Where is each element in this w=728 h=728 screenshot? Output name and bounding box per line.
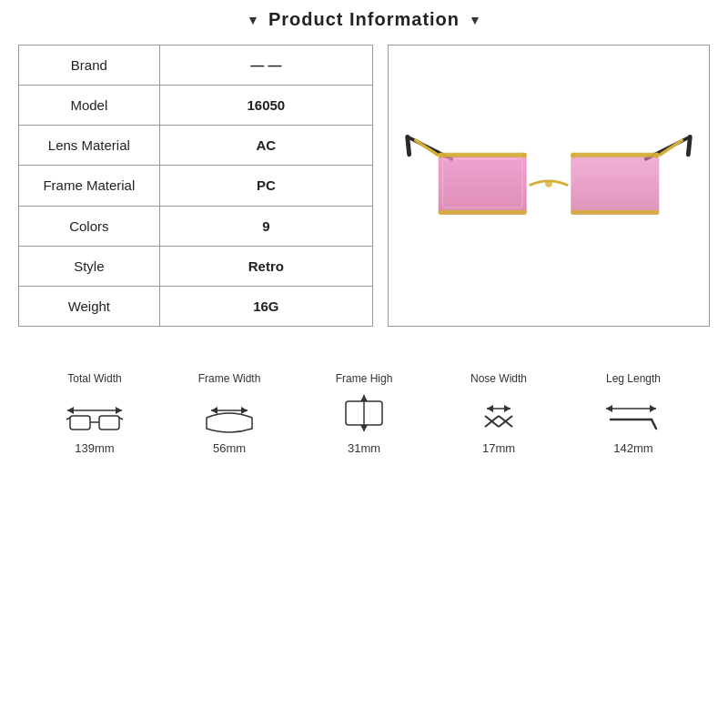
measure-icon-nose-width: [467, 390, 531, 436]
svg-marker-19: [67, 407, 74, 414]
svg-rect-7: [439, 153, 527, 157]
arrow-left-icon: ▼: [247, 13, 259, 27]
measure-label-2: Frame High: [336, 372, 393, 385]
measure-label-0: Total Width: [67, 372, 121, 385]
measure-icon-frame-width: [197, 390, 261, 436]
table-label-4: Colors: [19, 206, 160, 246]
measure-icon-total-width: [63, 390, 126, 436]
measure-item-leg-length: Leg Length 142mm: [602, 372, 665, 455]
measure-value-1: 56mm: [213, 441, 246, 455]
svg-line-44: [652, 420, 656, 429]
measure-value-4: 142mm: [613, 441, 652, 455]
header-title: Product Information: [268, 9, 460, 30]
page-wrapper: ▼ Product Information ▼ Brand— —Model160…: [0, 0, 728, 728]
svg-rect-8: [571, 153, 659, 157]
table-value-5: Retro: [159, 246, 372, 286]
table-label-1: Model: [19, 86, 160, 126]
product-info-table: Brand— —Model16050Lens MaterialACFrame M…: [18, 45, 373, 327]
svg-rect-22: [99, 416, 119, 430]
measure-label-1: Frame Width: [198, 372, 261, 385]
table-value-3: PC: [159, 166, 372, 206]
table-label-0: Brand: [19, 46, 160, 86]
product-image-box: [388, 45, 710, 327]
table-value-0: — —: [159, 46, 372, 86]
svg-rect-4: [439, 155, 527, 215]
measure-item-total-width: Total Width 139mm: [63, 372, 126, 455]
svg-marker-20: [116, 407, 122, 414]
measure-value-0: 139mm: [75, 441, 114, 455]
table-label-3: Frame Material: [19, 166, 160, 206]
measurements-section: Total Width 139mmFrame Width 56mmFrame H…: [18, 363, 710, 455]
measure-label-3: Nose Width: [470, 372, 527, 385]
svg-marker-34: [487, 405, 493, 412]
measure-value-3: 17mm: [482, 441, 515, 455]
measure-value-2: 31mm: [348, 441, 380, 455]
svg-rect-9: [439, 210, 527, 215]
svg-point-16: [571, 153, 576, 158]
svg-marker-42: [650, 405, 656, 412]
table-label-6: Weight: [19, 286, 160, 326]
table-label-2: Lens Material: [19, 126, 160, 166]
measure-icon-leg-length: [602, 390, 665, 436]
measure-item-frame-high: Frame High 31mm: [332, 372, 396, 455]
svg-point-17: [653, 153, 659, 158]
svg-marker-31: [360, 425, 368, 431]
svg-marker-28: [241, 407, 248, 414]
measure-icon-frame-high: [332, 390, 396, 436]
table-label-5: Style: [19, 246, 160, 286]
svg-marker-30: [360, 395, 368, 401]
svg-rect-21: [70, 416, 90, 430]
measure-item-frame-width: Frame Width 56mm: [197, 372, 261, 455]
header: ▼ Product Information ▼: [18, 9, 710, 30]
table-value-1: 16050: [159, 86, 372, 126]
svg-line-12: [659, 140, 682, 156]
arrow-right-icon: ▼: [469, 13, 481, 27]
svg-point-13: [545, 180, 552, 187]
svg-line-11: [414, 140, 438, 156]
svg-rect-6: [571, 155, 659, 215]
svg-point-14: [439, 153, 444, 158]
svg-line-3: [688, 137, 690, 155]
sunglasses-image: [399, 88, 699, 283]
main-content: Brand— —Model16050Lens MaterialACFrame M…: [18, 45, 710, 327]
svg-marker-35: [504, 405, 511, 412]
svg-marker-41: [606, 405, 612, 412]
svg-point-15: [521, 153, 527, 158]
svg-rect-10: [571, 210, 659, 215]
svg-marker-27: [211, 407, 217, 414]
table-value-4: 9: [159, 206, 372, 246]
svg-line-1: [408, 137, 410, 155]
table-value-2: AC: [159, 126, 372, 166]
measure-label-4: Leg Length: [606, 372, 661, 385]
measure-item-nose-width: Nose Width 17mm: [467, 372, 531, 455]
table-value-6: 16G: [159, 286, 372, 326]
